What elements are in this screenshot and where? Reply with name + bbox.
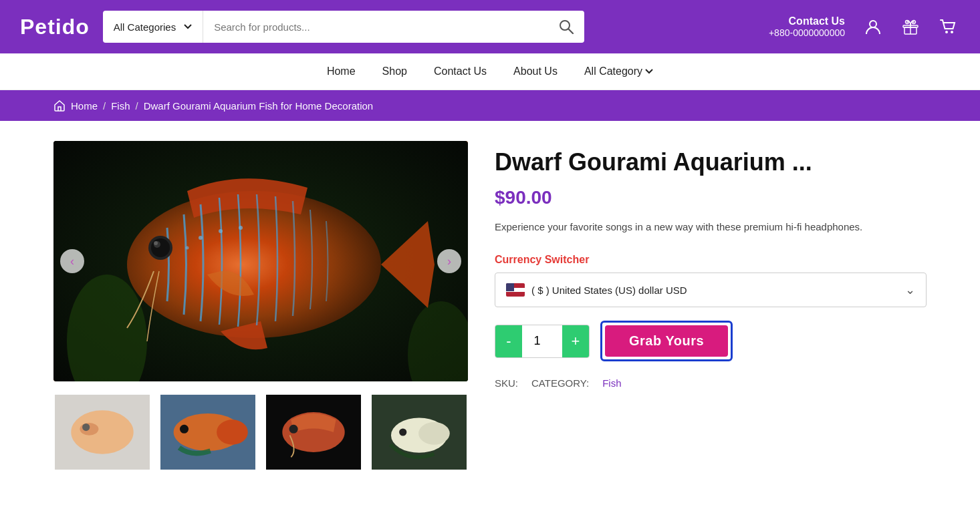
sku-label: SKU: [495,377,518,389]
category-dropdown-button[interactable]: All Categories [103,11,203,43]
product-price: $90.00 [495,187,927,208]
svg-point-18 [219,229,223,233]
svg-point-29 [180,425,189,434]
nav-contact[interactable]: Contact Us [434,65,487,77]
product-description: Experience your favorite songs in a new … [495,219,927,235]
svg-point-32 [289,425,298,434]
quantity-decrease-button[interactable]: - [495,325,522,357]
quantity-increase-button[interactable]: + [562,325,589,357]
svg-point-12 [127,191,381,338]
currency-selected-text: ( $ ) United States (US) dollar USD [531,285,687,296]
search-button[interactable] [548,11,584,43]
svg-point-20 [186,246,189,250]
product-title: Dwarf Gourami Aquarium ... [495,148,927,176]
svg-point-28 [217,419,248,444]
thumbnail-gallery [53,392,468,472]
currency-chevron-icon: ⌄ [905,283,915,297]
category-label: CATEGORY: [531,377,589,389]
nav-all-category-label: All Category [584,65,642,77]
category-value[interactable]: Fish [602,377,621,389]
product-gallery: ‹ › [53,141,468,472]
nav-home[interactable]: Home [327,65,356,77]
svg-line-1 [568,29,573,34]
breadcrumb-sep-1: / [103,100,106,112]
breadcrumb-current: Dwarf Gourami Aquarium Fish for Home Dec… [144,100,373,112]
category-btn-label: All Categories [114,21,176,33]
svg-point-19 [239,226,243,230]
fish-svg [53,141,468,381]
contact-info: Contact Us +880-0000000000 [769,15,845,38]
contact-label: Contact Us [769,15,845,27]
search-icon [559,19,574,34]
search-container: All Categories [103,11,584,43]
nav-about[interactable]: About Us [513,65,558,77]
quantity-control: - + [495,325,590,358]
currency-switcher-label: Currency Switcher [495,254,927,266]
nav-shop[interactable]: Shop [382,65,407,77]
product-details: Dwarf Gourami Aquarium ... $90.00 Experi… [495,141,927,472]
thumbnail-4[interactable] [370,392,468,472]
header-right: Contact Us +880-0000000000 [769,15,960,39]
product-meta: SKU: CATEGORY: Fish [495,377,927,389]
logo[interactable]: Petido [20,15,90,39]
svg-rect-25 [55,395,150,470]
header: Petido All Categories Contact Us +880-00… [0,0,980,53]
add-to-cart-row: - + Grab Yours [495,321,927,361]
search-input[interactable] [203,11,548,43]
carousel-next-button[interactable]: › [437,249,461,273]
quantity-input[interactable] [522,325,562,357]
user-icon[interactable] [861,15,885,39]
svg-point-14 [151,238,170,257]
breadcrumb-fish[interactable]: Fish [111,100,130,112]
thumbnail-3[interactable] [265,392,362,472]
carousel-prev-button[interactable]: ‹ [60,249,84,273]
breadcrumb-home[interactable]: Home [71,100,98,112]
header-icons [861,15,960,39]
chevron-down-icon [645,69,653,74]
home-icon [53,100,66,112]
main-content: ‹ › [0,121,980,492]
svg-point-16 [154,241,158,245]
breadcrumb-sep-2: / [136,100,138,112]
chevron-down-icon [184,24,192,29]
main-product-image: ‹ › [53,141,468,381]
svg-point-2 [870,21,876,27]
currency-select-value: ( $ ) United States (US) dollar USD [506,283,687,297]
svg-point-17 [199,236,203,240]
svg-point-36 [399,428,406,436]
cart-icon[interactable] [936,15,960,39]
thumbnail-1[interactable] [53,392,151,472]
svg-point-35 [418,422,450,445]
us-flag-icon [506,283,525,297]
svg-point-7 [945,31,948,33]
main-nav: Home Shop Contact Us About Us All Catego… [0,53,980,90]
currency-select[interactable]: ( $ ) United States (US) dollar USD ⌄ [495,273,927,307]
logo-text: Petido [20,15,90,39]
breadcrumb: Home / Fish / Dwarf Gourami Aquarium Fis… [0,90,980,121]
nav-all-category[interactable]: All Category [584,65,653,77]
thumbnail-2[interactable] [159,392,257,472]
contact-phone: +880-0000000000 [769,27,845,38]
gift-icon[interactable] [898,15,923,39]
grab-btn-wrapper: Grab Yours [600,321,733,361]
svg-point-8 [951,31,953,33]
grab-yours-button[interactable]: Grab Yours [605,325,728,357]
